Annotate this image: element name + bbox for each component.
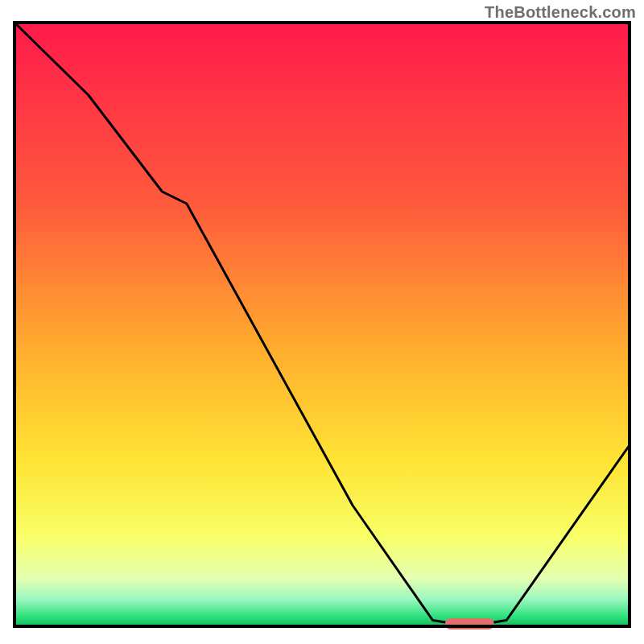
plot-background bbox=[14, 23, 630, 626]
bottleneck-chart bbox=[0, 0, 644, 644]
chart-container: TheBottleneck.com bbox=[0, 0, 644, 644]
watermark-text: TheBottleneck.com bbox=[485, 3, 636, 22]
